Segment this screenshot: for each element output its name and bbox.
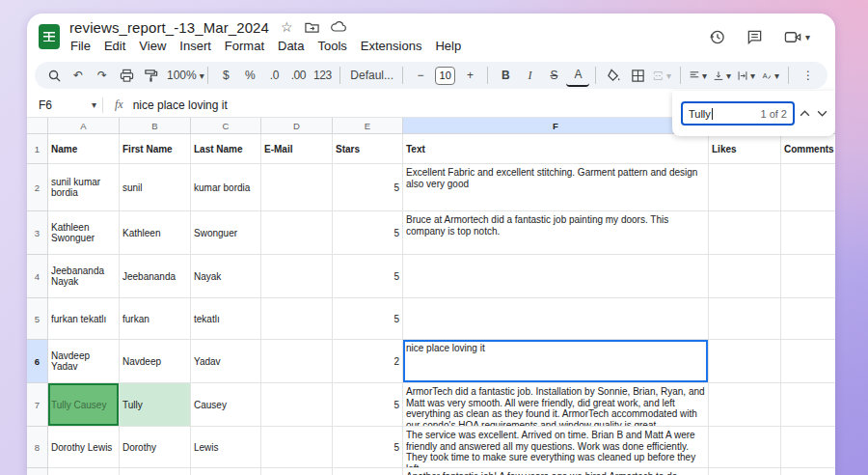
cell-G2[interactable] [709,164,781,211]
cell-E8[interactable]: 5 [333,427,403,468]
cell-E7[interactable]: 5 [333,383,403,427]
cell-D8[interactable] [261,427,333,468]
cell-D7[interactable] [261,383,333,427]
column-header-C[interactable]: C [191,118,261,134]
cell-A9[interactable] [48,468,120,475]
cell-B5[interactable]: furkan [120,298,191,340]
cell-C9[interactable] [191,468,261,475]
cell-B8[interactable]: Dorothy [120,427,191,468]
column-header-D[interactable]: D [261,118,333,134]
cell-G4[interactable] [709,255,781,298]
cell-H4[interactable] [781,255,835,298]
cell-D9[interactable] [261,468,333,475]
cell-text: Lewis [194,442,219,453]
cell-A5[interactable]: furkan tekatlı [48,298,120,340]
select-all-corner[interactable] [27,118,48,134]
find-next-icon[interactable] [814,104,829,124]
cell-H9[interactable] [781,468,835,475]
cell-F3[interactable]: Bruce at Armortech did a fantastic job p… [403,211,709,255]
cell-E9[interactable] [333,468,403,475]
cell-G8[interactable] [709,427,781,468]
header-cell-A1[interactable]: Name [48,134,120,164]
cell-C5[interactable]: tekatlı [191,298,261,340]
cell-A6[interactable]: Navdeep Yadav [48,340,120,383]
cell-D4[interactable] [261,255,333,298]
column-header-E[interactable]: E [333,118,403,134]
cell-A4[interactable]: Jeebananda Nayak [48,255,120,298]
cell-F7[interactable]: ArmorTech did a fantastic job. Installat… [403,383,709,427]
cell-H5[interactable] [781,298,835,340]
row-header-1[interactable]: 1 [27,134,48,164]
cell-G7[interactable] [709,383,781,427]
header-cell-H1[interactable]: Comments [781,134,835,164]
cell-H8[interactable] [781,427,835,468]
row-header-3[interactable]: 3 [27,211,48,255]
cell-F2[interactable]: Excellent Fabric and excellent stitching… [403,164,709,211]
cell-G3[interactable] [709,211,781,255]
cell-text: Nayak [194,271,221,282]
cell-C7[interactable]: Causey [191,383,261,427]
row-header-7[interactable]: 7 [27,383,48,427]
cell-H7[interactable] [781,383,835,427]
cell-A8[interactable]: Dorothy Lewis [48,427,120,468]
cell-F9[interactable]: Another fantastic job! A few years ago w… [403,468,709,475]
cell-B9[interactable] [120,468,191,475]
cell-G9[interactable] [709,468,781,475]
cell-D2[interactable] [261,164,333,211]
row-header-2[interactable]: 2 [27,164,48,211]
cell-H2[interactable] [781,164,835,211]
cell-H3[interactable] [781,211,835,255]
column-header-A[interactable]: A [48,118,120,134]
header-cell-E1[interactable]: Stars [333,134,403,164]
cell-text: Navdeep Yadav [51,350,116,372]
cell-C3[interactable]: Swonguer [191,211,261,255]
column-header-F[interactable]: F [403,118,709,134]
cell-C8[interactable]: Lewis [191,427,261,468]
cell-E4[interactable]: 5 [333,255,403,298]
find-previous-icon[interactable] [797,104,812,124]
cell-E5[interactable]: 5 [333,298,403,340]
cell-A3[interactable]: Kathleen Swonguer [48,211,120,255]
cell-D5[interactable] [261,298,333,340]
header-cell-D1[interactable]: E-Mail [261,134,333,164]
header-cell-F1[interactable]: Text [403,134,709,164]
cell-D3[interactable] [261,211,333,255]
cell-B2[interactable]: sunil [120,164,191,211]
cell-E2[interactable]: 5 [333,164,403,211]
cell-text: Navdeep [122,356,161,367]
cell-text: Tully Causey [51,400,106,410]
cell-B7[interactable]: Tully [120,383,191,427]
cell-F8[interactable]: The service was excellent. Arrived on ti… [403,427,709,468]
find-match-counter: 1 of 2 [760,108,787,120]
cell-D6[interactable] [261,340,333,383]
cell-F6[interactable]: nice place loving it [403,340,709,383]
cell-F4[interactable] [403,255,709,298]
cell-E6[interactable]: 2 [333,340,403,383]
header-cell-G1[interactable]: Likes [709,134,781,164]
cell-C4[interactable]: Nayak [191,255,261,298]
header-cell-C1[interactable]: Last Name [191,134,261,164]
cell-B6[interactable]: Navdeep [120,340,191,383]
cell-F5[interactable] [403,298,709,340]
cell-B3[interactable]: Kathleen [120,211,191,255]
row-header-8[interactable]: 8 [27,427,48,468]
cell-C6[interactable]: Yadav [191,340,261,383]
row-header-6[interactable]: 6 [27,340,48,383]
find-input[interactable]: Tully 1 of 2 [681,101,795,126]
cell-A2[interactable]: sunil kumar bordia [48,164,120,211]
cell-G5[interactable] [709,298,781,340]
cell-A7[interactable]: Tully Causey [48,383,120,427]
header-cell-B1[interactable]: First Name [120,134,191,164]
cell-H6[interactable] [781,340,835,383]
cell-C2[interactable]: kumar bordia [191,164,261,211]
row-header-9[interactable]: 9 [27,468,48,475]
cell-E3[interactable]: 5 [333,211,403,255]
row-header-5[interactable]: 5 [27,298,48,340]
cell-B4[interactable]: Jeebananda [120,255,191,298]
cell-text: Swonguer [194,228,237,238]
row-header-4[interactable]: 4 [27,255,48,298]
column-header-B[interactable]: B [120,118,191,134]
cell-text: Likes [712,144,737,154]
cell-G6[interactable] [709,340,781,383]
cell-text: Jeebananda Nayak [51,265,116,287]
